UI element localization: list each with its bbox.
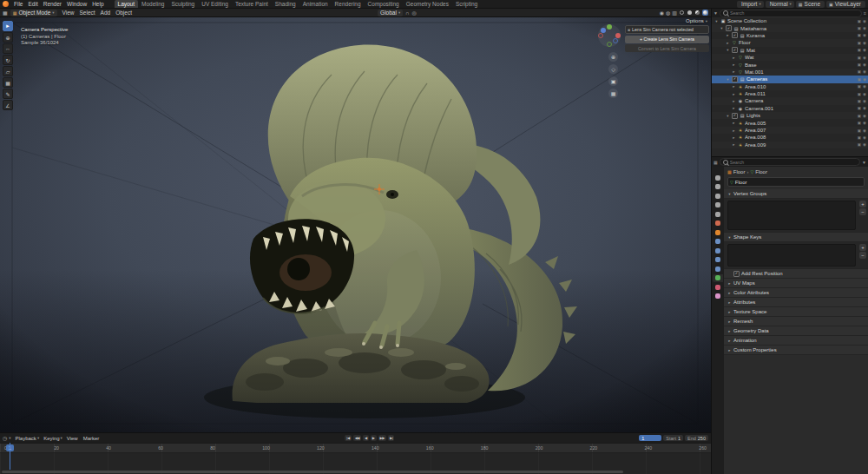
outliner-row[interactable]: ▾ ✓ ▤ Mattahama ▣ ◉ <box>712 24 868 31</box>
tab-output[interactable] <box>713 192 723 200</box>
section-header[interactable]: ▸ Attributes <box>724 298 868 307</box>
timeline-menu-item[interactable]: Playback▾ <box>16 436 40 441</box>
screen-icon[interactable]: ▣ <box>858 48 861 52</box>
disclosure-arrow-icon[interactable]: ▸ <box>732 69 736 74</box>
disclosure-arrow-icon[interactable]: ▾ <box>726 114 730 118</box>
scale-tool[interactable]: ▱ <box>3 66 13 76</box>
filter-funnel-icon[interactable]: ▼ <box>862 160 866 165</box>
outliner-row[interactable]: ▸ ▽ Floor ▣ ◉ <box>712 39 868 46</box>
filter-funnel-icon[interactable]: ▼ <box>713 10 718 16</box>
outliner-search-box[interactable] <box>720 10 862 17</box>
outliner-search-input[interactable] <box>730 10 858 16</box>
section-header[interactable]: ▸ Remesh <box>724 317 868 326</box>
neg-z-axis-handle[interactable] <box>613 38 618 43</box>
outliner-row[interactable]: ▸ ☀ Area.008 ▣ ◉ <box>712 134 868 141</box>
shading-rendered-icon[interactable] <box>702 10 708 16</box>
timeline-track-area[interactable] <box>0 453 711 474</box>
create-lens-sim-camera-button[interactable]: + Create Lens Sim Camera <box>625 36 709 43</box>
topbar-menu-item[interactable]: Render <box>41 1 64 7</box>
collection-checkbox[interactable]: ✓ <box>732 113 738 119</box>
jump-to-end-button[interactable]: ▶| <box>388 435 394 441</box>
shading-wireframe-icon[interactable] <box>679 10 685 16</box>
rotate-tool[interactable]: ↻ <box>3 55 13 65</box>
options-dropdown[interactable]: Options ▾ <box>686 18 707 23</box>
breadcrumb-data[interactable]: ▽ Floor <box>750 169 767 174</box>
show-gizmo-icon[interactable]: ◉ <box>660 10 664 16</box>
import-menu[interactable]: Import▾ <box>737 1 764 8</box>
collection-checkbox[interactable]: ✓ <box>726 25 732 31</box>
workspace-tab[interactable]: Compositing <box>365 0 403 8</box>
section-header[interactable]: ▸ UV Maps <box>724 279 868 288</box>
camera-view-icon[interactable]: ▣ <box>608 76 618 86</box>
render-camera-icon[interactable]: ◉ <box>863 84 866 89</box>
disclosure-arrow-icon[interactable]: ▸ <box>732 99 736 103</box>
topbar-menu-item[interactable]: File <box>11 1 25 7</box>
workspace-tab[interactable]: Modeling <box>138 0 168 8</box>
tab-physics[interactable] <box>713 256 723 264</box>
data-name-field[interactable]: ▽ Floor <box>727 177 865 187</box>
render-camera-icon[interactable]: ◉ <box>863 92 866 96</box>
timeline-menu-item[interactable]: Keying▾ <box>43 436 62 441</box>
transform-orientation-selector[interactable]: Global ▾ <box>378 10 403 16</box>
screen-icon[interactable]: ▣ <box>858 92 861 96</box>
tab-tool[interactable] <box>713 174 723 181</box>
render-camera-icon[interactable]: ◉ <box>863 77 866 82</box>
z-axis-handle[interactable] <box>601 28 606 33</box>
workspace-tab[interactable]: Sculpting <box>168 0 198 8</box>
section-header[interactable]: ▸ Color Attributes <box>724 288 868 298</box>
workspace-tab[interactable]: Texture Paint <box>232 0 272 8</box>
outliner-row[interactable]: ▸ ▽ Mat.001 ▣ ◉ <box>712 69 868 76</box>
screen-icon[interactable]: ▣ <box>858 56 861 60</box>
tab-modifiers[interactable] <box>713 238 723 246</box>
disclosure-arrow-icon[interactable]: ▸ <box>732 63 736 67</box>
section-header[interactable]: ▸ Texture Space <box>724 307 868 317</box>
workspace-tab[interactable]: Scripting <box>452 0 481 8</box>
tab-render[interactable] <box>713 183 723 191</box>
render-camera-icon[interactable]: ◉ <box>863 69 866 74</box>
screen-icon[interactable]: ▣ <box>858 77 861 82</box>
snap-magnet-icon[interactable]: ∩ <box>405 10 409 16</box>
outliner-row[interactable]: ▸ ▽ Wat ▣ ◉ <box>712 54 868 61</box>
tab-object[interactable] <box>713 228 723 236</box>
tab-particles[interactable] <box>713 247 723 254</box>
collection-checkbox[interactable]: ✓ <box>732 76 738 82</box>
disclosure-arrow-icon[interactable]: ▸ <box>732 128 736 133</box>
screen-icon[interactable]: ▣ <box>858 135 861 140</box>
tab-texture[interactable] <box>713 293 723 300</box>
scene-selector[interactable]: ▦Scene <box>796 1 825 8</box>
collection-checkbox[interactable]: ✓ <box>732 47 738 53</box>
toggle-ortho-icon[interactable]: ▦ <box>608 89 618 98</box>
section-header[interactable]: ▾ Shape Keys <box>724 233 868 242</box>
viewport-menu-item[interactable]: Add <box>98 10 114 16</box>
render-camera-icon[interactable]: ◉ <box>863 56 866 60</box>
prev-keyframe-button[interactable]: ◀◀ <box>353 435 361 441</box>
tab-object-data[interactable] <box>713 274 723 282</box>
disclosure-arrow-icon[interactable]: ▸ <box>732 106 736 110</box>
playhead-line[interactable] <box>10 443 10 470</box>
disclosure-arrow-icon[interactable]: ▾ <box>714 19 719 23</box>
disclosure-arrow-icon[interactable]: ▸ <box>726 33 730 37</box>
shading-material-icon[interactable] <box>694 10 700 16</box>
screen-icon[interactable]: ▣ <box>858 26 861 30</box>
toggle-xray-icon[interactable]: ▥ <box>672 10 677 16</box>
render-camera-icon[interactable]: ◉ <box>863 99 866 103</box>
render-camera-icon[interactable]: ◉ <box>863 19 866 23</box>
outliner-row[interactable]: ▾ ✓ ▤ Mat ▣ ◉ <box>712 47 868 54</box>
play-reverse-button[interactable]: ◀ <box>363 435 369 441</box>
screen-icon[interactable]: ▣ <box>858 106 861 110</box>
screen-icon[interactable]: ▣ <box>858 128 861 133</box>
timeline-editor-icon[interactable]: ◷ <box>3 435 7 441</box>
breadcrumb-object[interactable]: ▦ Floor <box>727 169 745 174</box>
filter-options-icon[interactable]: ≡ <box>864 10 866 16</box>
outliner-row[interactable]: ▸ ◉ Camera ▣ ◉ <box>712 97 868 104</box>
tab-scene[interactable] <box>713 210 723 218</box>
render-camera-icon[interactable]: ◉ <box>863 33 866 37</box>
render-camera-icon[interactable]: ◉ <box>863 121 866 125</box>
screen-icon[interactable]: ▣ <box>858 33 861 37</box>
zoom-icon[interactable]: ⊕ <box>608 52 618 62</box>
topbar-menu-item[interactable]: Window <box>64 1 89 7</box>
tab-material[interactable] <box>713 283 723 291</box>
screen-icon[interactable]: ▣ <box>858 114 861 118</box>
outliner-row[interactable]: ▸ ✓ ▤ Kurama ▣ ◉ <box>712 32 868 39</box>
view-navigation-gizmo[interactable] <box>598 24 621 47</box>
